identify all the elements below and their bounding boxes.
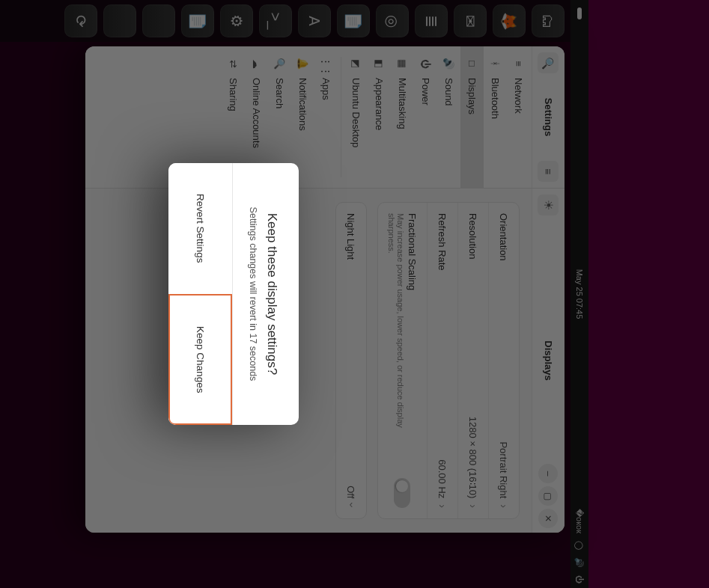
revert-settings-button[interactable]: Revert Settings [169,163,233,294]
keep-changes-button[interactable]: Keep Changes [169,294,233,426]
dialog-body: Settings changes will revert in 17 secon… [249,180,259,408]
display-confirm-dialog: Keep these display settings? Settings ch… [169,163,299,425]
dialog-title: Keep these display settings? [265,180,280,408]
